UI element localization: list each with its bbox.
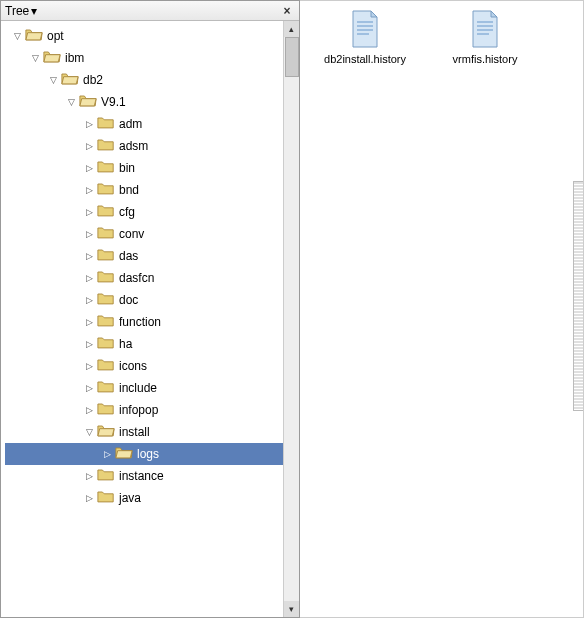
tree-node-das[interactable]: ▷ das [5,245,283,267]
svg-rect-4 [477,21,493,23]
tree-node-conv[interactable]: ▷ conv [5,223,283,245]
expand-toggle-closed-icon[interactable]: ▷ [83,163,95,173]
tree-node-V9-1[interactable]: ▽ V9.1 [5,91,283,113]
folder-open-icon [25,27,47,45]
expand-toggle-closed-icon[interactable]: ▷ [83,405,95,415]
tree-node-label: dasfcn [119,271,154,285]
expand-toggle-closed-icon[interactable]: ▷ [83,251,95,261]
folder-open-icon [61,71,83,89]
tree-title-dropdown[interactable]: Tree ▾ [5,4,279,18]
tree-node-bin[interactable]: ▷ bin [5,157,283,179]
folder-closed-icon [97,181,119,199]
expand-toggle-open-icon[interactable]: ▽ [11,31,23,41]
close-icon: × [283,4,290,18]
tree-node-instance[interactable]: ▷ instance [5,465,283,487]
expand-toggle-open-icon[interactable]: ▽ [29,53,41,63]
content-panel: db2install.history vrmfis.history [300,0,584,618]
expand-toggle-closed-icon[interactable]: ▷ [83,295,95,305]
tree-node-label: V9.1 [101,95,126,109]
file-label: vrmfis.history [453,53,518,65]
tree-node-java[interactable]: ▷ java [5,487,283,509]
folder-closed-icon [97,357,119,375]
file-icon [469,9,501,53]
tree-node-label: ibm [65,51,84,65]
tree-node-infopop[interactable]: ▷ infopop [5,399,283,421]
tree-node-label: include [119,381,157,395]
folder-closed-icon [97,203,119,221]
expand-toggle-closed-icon[interactable]: ▷ [83,339,95,349]
tree-node-label: java [119,491,141,505]
tree-content: ▽ opt▽ ibm▽ db2▽ V9.1▷ adm▷ adsm▷ bin▷ b… [1,21,283,513]
expand-toggle-closed-icon[interactable]: ▷ [83,141,95,151]
close-button[interactable]: × [279,4,295,18]
file-item-vrmfis-history[interactable]: vrmfis.history [440,9,530,65]
expand-toggle-closed-icon[interactable]: ▷ [83,207,95,217]
expand-toggle-closed-icon[interactable]: ▷ [83,229,95,239]
expand-toggle-closed-icon[interactable]: ▷ [101,449,113,459]
expand-toggle-closed-icon[interactable]: ▷ [83,471,95,481]
svg-rect-6 [477,29,493,31]
tree-node-doc[interactable]: ▷ doc [5,289,283,311]
tree-node-label: cfg [119,205,135,219]
tree-scrollbar[interactable]: ▴ ▾ [283,21,299,617]
dropdown-icon: ▾ [31,4,37,18]
tree-node-cfg[interactable]: ▷ cfg [5,201,283,223]
tree-node-bnd[interactable]: ▷ bnd [5,179,283,201]
folder-open-icon [43,49,65,67]
tree-node-install[interactable]: ▽ install [5,421,283,443]
scroll-up-button[interactable]: ▴ [284,21,299,37]
folder-open-icon [97,423,119,441]
folder-closed-icon [97,291,119,309]
tree-node-ha[interactable]: ▷ ha [5,333,283,355]
tree-node-label: doc [119,293,138,307]
panel-grip[interactable] [573,181,583,411]
tree-node-adsm[interactable]: ▷ adsm [5,135,283,157]
tree-node-ibm[interactable]: ▽ ibm [5,47,283,69]
folder-closed-icon [97,335,119,353]
expand-toggle-closed-icon[interactable]: ▷ [83,317,95,327]
folder-closed-icon [97,313,119,331]
expand-toggle-open-icon[interactable]: ▽ [83,427,95,437]
tree-node-label: function [119,315,161,329]
expand-toggle-open-icon[interactable]: ▽ [47,75,59,85]
scroll-down-button[interactable]: ▾ [284,601,299,617]
file-label: db2install.history [324,53,406,65]
tree-node-label: logs [137,447,159,461]
tree-node-include[interactable]: ▷ include [5,377,283,399]
expand-toggle-closed-icon[interactable]: ▷ [83,273,95,283]
svg-rect-2 [357,29,373,31]
tree-node-db2[interactable]: ▽ db2 [5,69,283,91]
folder-open-icon [115,445,137,463]
tree-title-text: Tree [5,4,29,18]
expand-toggle-open-icon[interactable]: ▽ [65,97,77,107]
tree-node-label: instance [119,469,164,483]
folder-closed-icon [97,137,119,155]
folder-closed-icon [97,159,119,177]
folder-closed-icon [97,401,119,419]
svg-rect-7 [477,33,489,35]
folder-open-icon [79,93,101,111]
scroll-thumb[interactable] [285,37,299,77]
expand-toggle-closed-icon[interactable]: ▷ [83,361,95,371]
tree-node-logs[interactable]: ▷ logs [5,443,283,465]
tree-node-function[interactable]: ▷ function [5,311,283,333]
tree-node-icons[interactable]: ▷ icons [5,355,283,377]
folder-closed-icon [97,269,119,287]
expand-toggle-closed-icon[interactable]: ▷ [83,493,95,503]
tree-node-label: icons [119,359,147,373]
expand-toggle-closed-icon[interactable]: ▷ [83,119,95,129]
folder-closed-icon [97,247,119,265]
tree-node-label: infopop [119,403,158,417]
file-item-db2install-history[interactable]: db2install.history [320,9,410,65]
tree-node-opt[interactable]: ▽ opt [5,25,283,47]
expand-toggle-closed-icon[interactable]: ▷ [83,185,95,195]
folder-closed-icon [97,115,119,133]
expand-toggle-closed-icon[interactable]: ▷ [83,383,95,393]
tree-node-adm[interactable]: ▷ adm [5,113,283,135]
tree-node-dasfcn[interactable]: ▷ dasfcn [5,267,283,289]
tree-panel: Tree ▾ × ▽ opt▽ ibm▽ db2▽ V9.1▷ adm▷ ads… [0,0,300,618]
svg-rect-3 [357,33,369,35]
tree-node-label: ha [119,337,132,351]
svg-rect-5 [477,25,493,27]
tree-node-label: conv [119,227,144,241]
